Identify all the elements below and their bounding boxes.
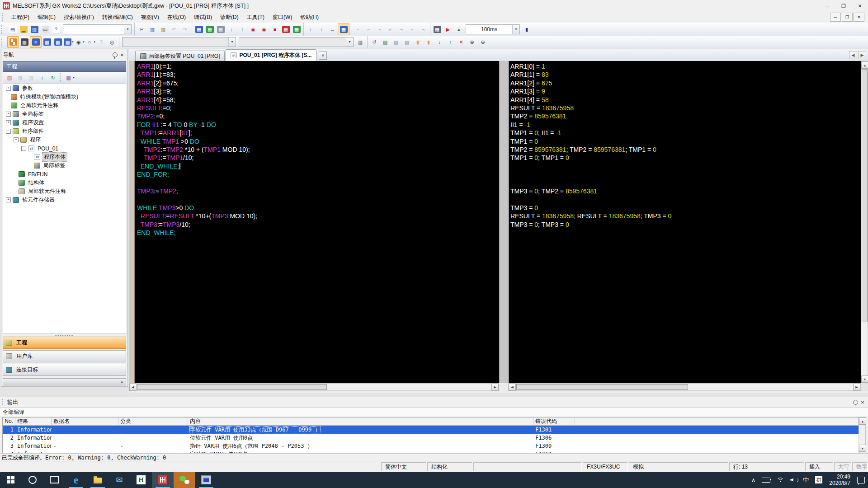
tray-chevron-icon[interactable]: ∧ (748, 472, 759, 488)
code-horizontal-scrollbar[interactable]: ◀ ▶ (129, 383, 499, 391)
scroll-right-icon[interactable]: ▶ (491, 384, 499, 391)
taskbar-wechat-icon[interactable] (174, 472, 195, 488)
transfer-setup-2-icon[interactable]: ↕ (316, 24, 327, 35)
tree-item-program-setting[interactable]: +程序设置 (3, 118, 127, 127)
work-window-list-icon[interactable]: ≡ (30, 36, 42, 48)
monitor-watch-2-icon[interactable]: ◉ (259, 24, 269, 35)
write-to-plc-icon[interactable]: ↓ (226, 24, 237, 35)
nav-button-user-library[interactable]: 用户库 (3, 350, 126, 362)
scroll-down-icon[interactable]: ▼ (859, 445, 866, 452)
device-test-green-icon[interactable]: ▦ (291, 24, 302, 35)
zoom-in-icon[interactable]: ⊕ (467, 37, 477, 47)
tree-item-structured-data[interactable]: 结构体 (3, 178, 127, 187)
scan-time-combo[interactable]: 100ms▾ (466, 24, 520, 34)
find-target-combo[interactable]: ▾ (122, 37, 236, 47)
taskbar-start-button-icon[interactable] (0, 472, 22, 488)
menu-item-10[interactable]: 窗口(W) (269, 12, 296, 23)
taskbar-h-app-icon[interactable]: H (130, 472, 152, 488)
device-test-red-icon[interactable]: ▦ (280, 24, 291, 35)
device-comment-icon[interactable]: ▦ (193, 24, 204, 35)
taskbar-file-explorer-icon[interactable] (87, 472, 108, 488)
tree-item-device-memory[interactable]: +软元件存储器 (3, 196, 127, 204)
wifi-icon[interactable] (774, 472, 787, 488)
nav-refresh-icon[interactable]: ↻ (47, 72, 58, 83)
device-display-format-icon[interactable]: ◉▾ (74, 37, 85, 47)
battery-icon[interactable] (759, 472, 774, 488)
nav-button-connection-destination[interactable]: 连接目标 (3, 364, 126, 376)
volume-icon[interactable] (787, 472, 800, 488)
output-label-icon[interactable]: ↑ (445, 37, 456, 47)
delete-label-icon[interactable]: ✕ (456, 37, 467, 47)
ime-mode-indicator[interactable]: 拼 (812, 472, 826, 488)
monitor-stop-icon[interactable]: ■ (269, 24, 280, 35)
tree-item-program-body[interactable]: st程序本体 (3, 153, 127, 161)
tree-item-parameter[interactable]: +参数 (3, 84, 127, 93)
code-scroll-thumb[interactable] (137, 384, 327, 390)
editor-splitter[interactable] (499, 61, 508, 383)
nav-new-item-icon[interactable]: ▤ (4, 72, 15, 83)
tab-local-label-tab[interactable]: 局部标签设置 POU_01 [PRG] (135, 51, 225, 61)
tree-item-local-label[interactable]: 局部标签 (3, 161, 127, 170)
tree-item-local-device-comment[interactable]: 局部软元件注释 (3, 187, 127, 196)
menu-item-8[interactable]: 诊断(D) (216, 12, 243, 23)
menu-item-5[interactable]: 视图(V) (137, 12, 163, 23)
scroll-left-icon[interactable]: ◀ (509, 384, 516, 391)
monitor-horizontal-scrollbar[interactable]: ◀ ▶ (508, 383, 861, 391)
menu-item-7[interactable]: 调试(B) (190, 12, 216, 23)
output-row-2[interactable]: 2Information--位软元件 VAR用 使用0点F1306 (3, 434, 859, 442)
menu-item-2[interactable]: 编辑(E) (33, 12, 60, 23)
vertical-scroll-thumb[interactable] (862, 69, 868, 322)
simulation-check-icon[interactable]: ▲ (453, 24, 464, 35)
module-configuration-icon[interactable]: ▦ (19, 37, 30, 47)
column-header-3[interactable]: 数据名 (52, 418, 118, 425)
find-binoculars-icon[interactable]: ◎ (107, 37, 118, 47)
fb-selection-1-icon[interactable]: ▤ (391, 37, 401, 47)
scroll-up-icon[interactable]: ▲ (861, 61, 868, 69)
pin-icon[interactable] (852, 399, 859, 406)
collapse-icon[interactable]: − (21, 146, 26, 151)
column-header-5[interactable]: 内容 (188, 418, 533, 425)
monitor-mode-icon[interactable]: ▦ (338, 23, 349, 35)
paste-icon[interactable]: ▥ (158, 24, 169, 35)
window-select-combo[interactable]: ▾ (63, 24, 132, 34)
menu-item-9[interactable]: 工具(T) (243, 12, 269, 23)
mdi-minimize-button[interactable]: ─ (830, 13, 841, 22)
column-header-4[interactable]: 分类 (118, 418, 188, 425)
column-header-2[interactable]: 结果 (15, 418, 52, 425)
help-icon[interactable]: ? (51, 24, 61, 35)
column-header-1[interactable]: No. (3, 418, 15, 425)
zoom-out-icon[interactable]: ⊖ (477, 37, 488, 47)
tab-program-body-tab[interactable]: stPOU_01 [PRG] 程序本体 [S... (226, 49, 316, 61)
minimize-button[interactable]: ─ (819, 0, 835, 12)
vertical-scrollbar[interactable]: ▲ ▼ (861, 61, 868, 383)
ime-language-indicator[interactable]: 中 (800, 472, 812, 488)
read-from-plc-icon[interactable]: ↑ (237, 24, 248, 35)
output-row-3[interactable]: 3Information--指针 VAR用 使用6点（范围 P2048 - P2… (3, 442, 859, 450)
expand-icon[interactable]: + (6, 112, 11, 117)
scroll-left-icon[interactable]: ◀ (129, 384, 137, 391)
column-header-6[interactable]: 错误代码 (533, 418, 575, 425)
verify-with-plc-icon[interactable]: ↔ (327, 24, 338, 35)
fb-insert-icon[interactable]: ▤ (380, 37, 391, 47)
fb-selection-2-icon[interactable]: ▤ (401, 37, 412, 47)
device-display-icon[interactable]: ▦ (204, 24, 215, 35)
scroll-right-icon[interactable]: ▶ (853, 384, 860, 391)
save-project-icon[interactable]: ▥ (29, 24, 40, 35)
expand-icon[interactable]: + (6, 120, 11, 125)
open-project-icon[interactable]: ▂ (18, 24, 29, 35)
output-row-4[interactable]: 4Information--定时器 VAR用 使用0点F1312 (3, 450, 859, 453)
device-batch-icon[interactable]: ▦▾ (63, 37, 74, 47)
mdi-restore-button[interactable]: ❐ (842, 13, 853, 22)
navigation-collapse-bar[interactable]: » (3, 378, 126, 385)
menu-item-6[interactable]: 在线(O) (163, 12, 190, 23)
taskbar-clock[interactable]: 20:492020/8/7 (826, 474, 854, 486)
device-io-icon[interactable]: ▦ (215, 24, 226, 35)
tree-item-global-device-comment[interactable]: 全局软元件注释 (3, 101, 127, 110)
scroll-down-icon[interactable]: ▼ (861, 375, 868, 383)
expand-icon[interactable]: + (6, 86, 11, 91)
find-range-combo[interactable]: ▾ (239, 37, 354, 47)
simulation-setting-icon[interactable]: ▦ (432, 24, 443, 35)
restore-button[interactable]: ❐ (835, 0, 852, 12)
tree-item-special-module[interactable]: 特殊模块(智能功能模块) (3, 93, 127, 101)
tab-scroll-right-icon[interactable]: ▶ (858, 51, 866, 59)
